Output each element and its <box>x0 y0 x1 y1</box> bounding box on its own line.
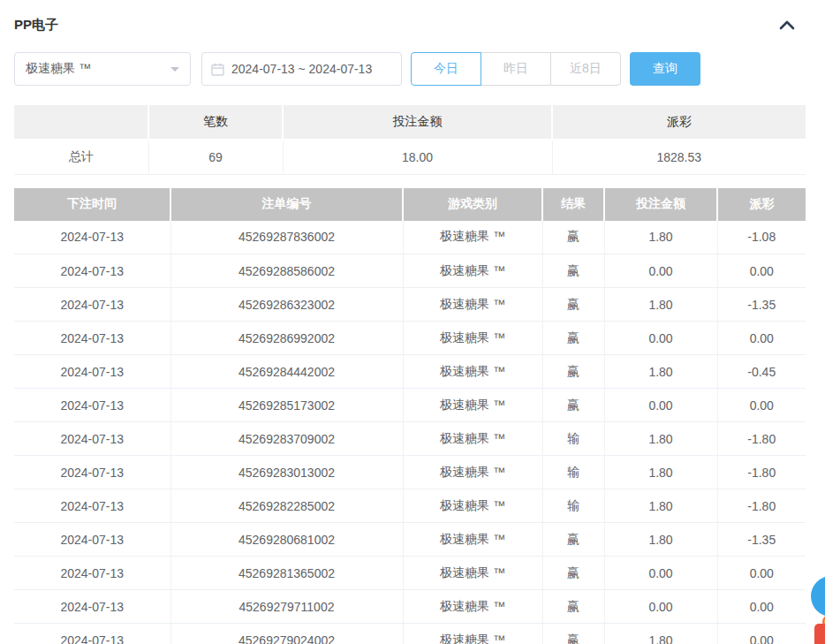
payout-cell: 0.00 <box>717 624 806 644</box>
report-panel: PP电子 极速糖果 ™ 2024-07-13 ~ 2024 <box>0 0 825 644</box>
bet-id-cell: 45269279711002 <box>170 590 403 624</box>
summary-total-row: 总计 69 18.00 1828.53 <box>14 140 806 174</box>
summary-header-blank <box>14 105 148 140</box>
yesterday-button[interactable]: 昨日 <box>481 52 551 86</box>
result-cell: 赢 <box>542 221 604 254</box>
summary-header-row: 笔数 投注金额 派彩 <box>14 105 806 140</box>
result-cell: 输 <box>542 456 604 489</box>
bet-time-cell: 2024-07-13 <box>14 221 170 254</box>
bet-amount-cell: 1.80 <box>604 422 717 456</box>
game-category-cell: 极速糖果 ™ <box>403 557 542 590</box>
table-row: 2024-07-13 45269286323002 极速糖果 ™ 赢 1.80 … <box>14 288 806 322</box>
bet-amount-cell: 0.00 <box>604 322 717 355</box>
summary-header-payout: 派彩 <box>552 105 806 140</box>
bet-amount-cell: 0.00 <box>604 557 717 590</box>
panel-header: PP电子 <box>14 14 811 35</box>
bet-time-cell: 2024-07-13 <box>14 456 170 489</box>
header-result: 结果 <box>542 188 604 221</box>
bet-time-cell: 2024-07-13 <box>14 422 170 456</box>
result-cell: 赢 <box>542 557 604 590</box>
bet-time-cell: 2024-07-13 <box>14 288 170 322</box>
bet-time-cell: 2024-07-13 <box>14 489 170 523</box>
payout-cell: -1.35 <box>717 288 806 322</box>
payout-cell: 0.00 <box>717 389 806 422</box>
bet-amount-cell: 1.80 <box>604 456 717 489</box>
bet-amount-cell: 1.80 <box>604 489 717 523</box>
game-category-cell: 极速糖果 ™ <box>403 389 542 422</box>
summary-bet-amount-value: 18.00 <box>283 140 552 174</box>
bet-amount-cell: 1.80 <box>604 221 717 254</box>
table-row: 2024-07-13 45269283709002 极速糖果 ™ 输 1.80 … <box>14 422 806 456</box>
payout-cell: -1.80 <box>717 489 806 523</box>
bet-id-cell: 45269285173002 <box>170 389 403 422</box>
bet-amount-cell: 0.00 <box>604 254 717 288</box>
result-cell: 赢 <box>542 590 604 624</box>
table-row: 2024-07-13 45269281365002 极速糖果 ™ 赢 0.00 … <box>14 557 806 590</box>
payout-cell: -1.08 <box>717 221 806 254</box>
header-bet-amount: 投注金额 <box>604 188 717 221</box>
bet-id-cell: 45269288586002 <box>170 254 403 288</box>
game-category-cell: 极速糖果 ™ <box>403 355 542 389</box>
game-category-cell: 极速糖果 ™ <box>403 489 542 523</box>
bet-amount-cell: 0.00 <box>604 590 717 624</box>
summary-table: 笔数 投注金额 派彩 总计 69 18.00 1828.53 <box>14 105 806 175</box>
result-cell: 输 <box>542 489 604 523</box>
header-payout: 派彩 <box>717 188 806 221</box>
today-button[interactable]: 今日 <box>411 52 481 86</box>
bet-id-cell: 45269282285002 <box>170 489 403 523</box>
game-category-cell: 极速糖果 ™ <box>403 221 542 254</box>
payout-cell: 0.00 <box>717 557 806 590</box>
table-row: 2024-07-13 45269284442002 极速糖果 ™ 赢 1.80 … <box>14 355 806 389</box>
bet-time-cell: 2024-07-13 <box>14 590 170 624</box>
promo-mascot-icon[interactable] <box>813 615 825 644</box>
payout-cell: -1.80 <box>717 422 806 456</box>
header-bet-time: 下注时间 <box>14 188 170 221</box>
bet-amount-cell: 1.80 <box>604 355 717 389</box>
date-range-input[interactable]: 2024-07-13 ~ 2024-07-13 <box>201 52 402 86</box>
bet-id-cell: 45269286323002 <box>170 288 403 322</box>
summary-total-label: 总计 <box>14 140 148 174</box>
payout-cell: -1.35 <box>717 523 806 557</box>
bet-id-cell: 45269280681002 <box>170 523 403 557</box>
mascot-body <box>814 624 825 644</box>
result-cell: 赢 <box>542 254 604 288</box>
bet-amount-cell: 1.80 <box>604 523 717 557</box>
payout-cell: 0.00 <box>717 254 806 288</box>
table-row: 2024-07-13 45269283013002 极速糖果 ™ 输 1.80 … <box>14 456 806 489</box>
result-cell: 赢 <box>542 322 604 355</box>
result-cell: 赢 <box>542 355 604 389</box>
game-category-cell: 极速糖果 ™ <box>403 624 542 644</box>
last-8-days-button[interactable]: 近8日 <box>550 52 621 86</box>
page-title: PP电子 <box>14 17 58 34</box>
summary-count-value: 69 <box>148 140 283 174</box>
game-category-cell: 极速糖果 ™ <box>403 322 542 355</box>
summary-header-bet-amount: 投注金额 <box>283 105 552 140</box>
chevron-down-icon <box>170 67 179 76</box>
bet-id-cell: 45269286992002 <box>170 322 403 355</box>
result-cell: 赢 <box>542 624 604 644</box>
chevron-up-icon <box>779 19 795 30</box>
bets-table: 下注时间 注单编号 游戏类别 结果 投注金额 派彩 2024-07-13 452… <box>14 188 806 644</box>
payout-cell: -0.45 <box>717 355 806 389</box>
bet-id-cell: 45269284442002 <box>170 355 403 389</box>
game-category-cell: 极速糖果 ™ <box>403 590 542 624</box>
result-cell: 赢 <box>542 389 604 422</box>
bet-amount-cell: 1.80 <box>604 288 717 322</box>
game-category-cell: 极速糖果 ™ <box>403 422 542 456</box>
collapse-button[interactable] <box>774 18 800 32</box>
query-button[interactable]: 查询 <box>630 52 700 86</box>
table-row: 2024-07-13 45269285173002 极速糖果 ™ 赢 0.00 … <box>14 389 806 422</box>
game-category-cell: 极速糖果 ™ <box>403 288 542 322</box>
bet-time-cell: 2024-07-13 <box>14 254 170 288</box>
bet-id-cell: 45269279024002 <box>170 624 403 644</box>
bet-id-cell: 45269283013002 <box>170 456 403 489</box>
table-row: 2024-07-13 45269279024002 极速糖果 ™ 赢 1.80 … <box>14 624 806 644</box>
header-bet-id: 注单编号 <box>170 188 403 221</box>
table-row: 2024-07-13 45269287836002 极速糖果 ™ 赢 1.80 … <box>14 221 806 254</box>
result-cell: 输 <box>542 422 604 456</box>
bet-id-cell: 45269281365002 <box>170 557 403 590</box>
game-category-cell: 极速糖果 ™ <box>403 456 542 489</box>
game-select[interactable]: 极速糖果 ™ <box>14 52 191 86</box>
bet-amount-cell: 1.80 <box>604 624 717 644</box>
quick-range-group: 今日 昨日 近8日 <box>411 52 621 86</box>
